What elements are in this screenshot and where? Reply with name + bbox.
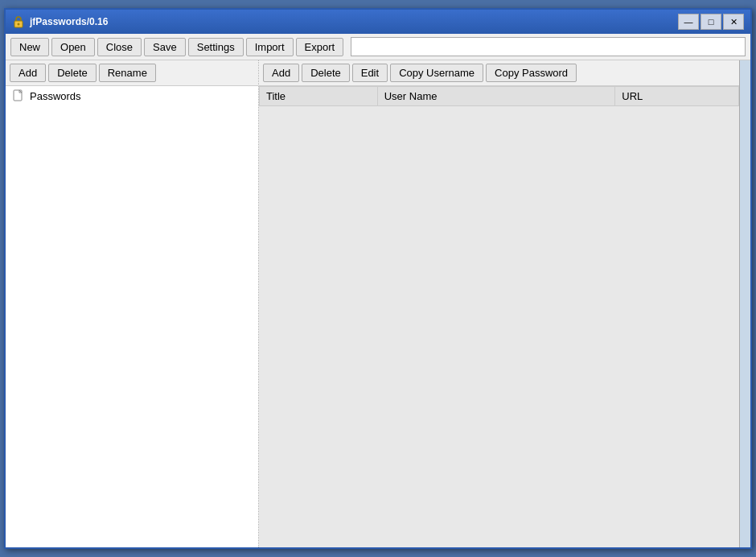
settings-button[interactable]: Settings [188,38,244,56]
left-toolbar: Add Delete Rename [6,60,258,86]
main-window: jfPasswords/0.16 — □ ✕ New Open Close Sa… [4,8,752,549]
export-button[interactable]: Export [296,38,344,56]
search-input[interactable] [351,37,746,56]
window-title: jfPasswords/0.16 [30,16,678,27]
left-panel: Add Delete Rename Passwords [6,60,259,547]
close-button[interactable]: ✕ [723,14,744,30]
entry-edit-button[interactable]: Edit [352,64,388,82]
new-button[interactable]: New [10,38,49,56]
copy-username-button[interactable]: Copy Username [390,64,483,82]
svg-point-1 [18,23,20,26]
save-button[interactable]: Save [144,38,186,56]
content-area: Add Delete Rename Passwords [6,60,750,547]
maximize-button[interactable]: □ [701,14,721,30]
folder-add-button[interactable]: Add [10,64,46,82]
folder-rename-button[interactable]: Rename [99,64,156,82]
password-table: Title User Name URL [259,86,739,106]
window-controls: — □ ✕ [678,14,744,30]
app-icon [12,15,25,28]
scrollbar[interactable] [739,60,750,547]
table-header-row: Title User Name URL [260,87,739,106]
menu-bar: New Open Close Save Settings Import Expo… [6,34,750,60]
entry-add-button[interactable]: Add [263,64,299,82]
document-icon [12,89,25,102]
close-menu-button[interactable]: Close [97,38,142,56]
password-table-area: Title User Name URL [259,86,739,547]
open-button[interactable]: Open [51,38,95,56]
right-panel: Add Delete Edit Copy Username Copy Passw… [259,60,739,547]
col-title: Title [260,87,378,106]
col-url: URL [615,87,739,106]
col-username: User Name [377,87,615,106]
folder-item[interactable]: Passwords [6,86,258,105]
copy-password-button[interactable]: Copy Password [486,64,577,82]
folder-delete-button[interactable]: Delete [48,64,97,82]
minimize-button[interactable]: — [678,14,699,30]
folder-list: Passwords [6,86,258,105]
entry-delete-button[interactable]: Delete [302,64,350,82]
folder-name: Passwords [30,90,81,102]
right-toolbar: Add Delete Edit Copy Username Copy Passw… [259,60,739,86]
title-bar: jfPasswords/0.16 — □ ✕ [6,10,750,34]
import-button[interactable]: Import [246,38,294,56]
